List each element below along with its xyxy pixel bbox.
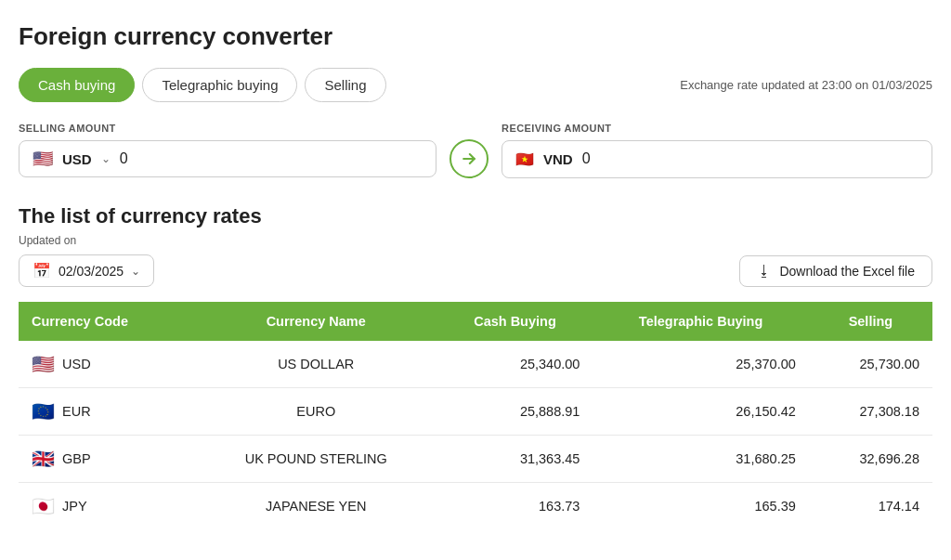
currency-code-cell: 🇪🇺EUR [19,388,195,436]
currency-flag: 🇺🇸 [32,353,55,375]
col-header-name: Currency Name [195,302,437,341]
currency-code-cell: 🇯🇵JPY [19,483,195,530]
currency-code-cell: 🇬🇧GBP [19,436,195,483]
selling-amount-label: SELLING AMOUNT [19,123,436,134]
selling-cell: 32,696.28 [809,436,932,483]
receiving-amount-label: RECEIVING AMOUNT [502,123,611,134]
currency-flag: 🇯🇵 [32,495,55,517]
table-row: 🇪🇺EUREURO25,888.9126,150.4227,308.18 [19,388,932,436]
receiving-flag: 🇻🇳 [515,150,534,168]
table-row: 🇺🇸USDUS DOLLAR25,340.0025,370.0025,730.0… [19,341,932,388]
telegraphic-buying-cell: 165.39 [593,483,808,530]
download-icon: ⭳ [757,263,772,280]
calendar-icon: 📅 [33,262,51,280]
converter-inputs: 🇺🇸 USD ⌄ 🇻🇳 VND 0 [19,139,932,178]
converter-labels: SELLING AMOUNT RECEIVING AMOUNT [19,123,932,134]
table-row: 🇯🇵JPYJAPANESE YEN163.73165.39174.14 [19,483,932,530]
currency-code-text: GBP [62,451,91,466]
currency-list-section: The list of currency rates Updated on 📅 … [19,204,932,529]
col-header-selling: Selling [809,302,932,341]
currency-name-cell: US DOLLAR [195,341,437,388]
telegraphic-buying-cell: 25,370.00 [593,341,808,388]
col-header-code: Currency Code [19,302,195,341]
selling-cell: 174.14 [809,483,932,530]
receiving-amount-value: 0 [582,150,591,167]
telegraphic-buying-cell: 26,150.42 [593,388,808,436]
currency-code-text: USD [62,357,91,371]
table-header: Currency Code Currency Name Cash Buying … [19,302,932,341]
date-picker[interactable]: 📅 02/03/2025 ⌄ [19,254,154,287]
table-row: 🇬🇧GBPUK POUND STERLING31,363.4531,680.25… [19,436,932,483]
currency-rates-table: Currency Code Currency Name Cash Buying … [19,302,932,529]
telegraphic-buying-cell: 31,680.25 [593,436,808,483]
selling-currency-code: USD [62,151,92,167]
receiving-input-box: 🇻🇳 VND 0 [502,140,932,178]
currency-name-cell: EURO [195,388,437,436]
cash-buying-cell: 25,340.00 [437,341,593,388]
cash-buying-cell: 163.73 [437,483,593,530]
cash-buying-cell: 31,363.45 [437,436,593,483]
updated-label: Updated on [19,234,932,247]
download-label: Download the Excel file [779,264,915,279]
date-download-row: 📅 02/03/2025 ⌄ ⭳ Download the Excel file [19,254,932,287]
currency-table-body: 🇺🇸USDUS DOLLAR25,340.0025,370.0025,730.0… [19,341,932,529]
currency-code-text: EUR [62,404,91,419]
tab-telegraphic-buying[interactable]: Telegraphic buying [142,68,297,102]
converter-section: SELLING AMOUNT RECEIVING AMOUNT 🇺🇸 USD ⌄… [19,123,932,178]
currency-flag: 🇬🇧 [32,448,55,470]
currency-code-cell: 🇺🇸USD [19,341,195,388]
selling-flag: 🇺🇸 [33,151,53,166]
currency-list-title: The list of currency rates [19,204,932,228]
cash-buying-cell: 25,888.91 [437,388,593,436]
page-title: Foreign currency converter [19,22,932,51]
currency-name-cell: UK POUND STERLING [195,436,437,483]
selling-input-box[interactable]: 🇺🇸 USD ⌄ [19,140,436,177]
tabs-row: Cash buying Telegraphic buying Selling E… [19,68,932,102]
currency-code-text: JPY [62,499,87,514]
selected-date: 02/03/2025 [59,264,124,279]
selling-amount-input[interactable] [120,150,423,167]
col-header-cash-buying: Cash Buying [437,302,593,341]
exchange-rate-info: Exchange rate updated at 23:00 on 01/03/… [680,78,932,92]
selling-cell: 25,730.00 [809,341,932,388]
tab-selling[interactable]: Selling [305,68,385,102]
selling-cell: 27,308.18 [809,388,932,436]
tabs-container: Cash buying Telegraphic buying Selling [19,68,386,102]
tab-cash-buying[interactable]: Cash buying [19,68,135,102]
convert-arrow [449,139,489,178]
col-header-telegraphic-buying: Telegraphic Buying [593,302,808,341]
receiving-currency-code: VND [543,151,573,167]
currency-flag: 🇪🇺 [32,400,55,423]
selling-chevron-icon[interactable]: ⌄ [101,152,111,165]
date-chevron-icon: ⌄ [131,265,140,278]
currency-name-cell: JAPANESE YEN [195,483,437,530]
download-excel-button[interactable]: ⭳ Download the Excel file [739,255,932,287]
